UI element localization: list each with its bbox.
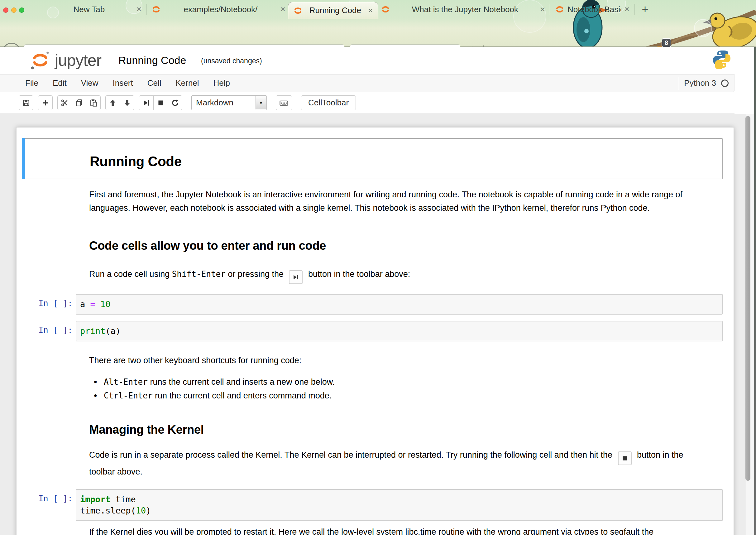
new-tab-button[interactable]: + — [638, 3, 652, 16]
window-edge — [754, 47, 756, 535]
tab-close-icon[interactable]: × — [625, 5, 630, 14]
menu-edit[interactable]: Edit — [45, 78, 74, 88]
inline-run-button-image — [289, 270, 303, 284]
reload-icon[interactable] — [330, 47, 340, 47]
menu-help[interactable]: Help — [206, 78, 237, 88]
feedback-smiley-icon[interactable] — [557, 45, 569, 47]
run-cell-button[interactable] — [139, 96, 154, 110]
cell-type-dropdown[interactable]: Markdown ▼ — [191, 96, 267, 110]
restart-kernel-button[interactable] — [168, 96, 182, 110]
bookmarks-menu-icon[interactable] — [489, 45, 501, 47]
tail-paragraph: If the Kernel dies you will be prompted … — [89, 525, 707, 535]
cut-cell-button[interactable] — [57, 96, 72, 110]
adblock-plus-addon[interactable]: ABP — [672, 45, 690, 47]
scrollbar-thumb[interactable] — [745, 116, 750, 481]
command-palette-button[interactable] — [276, 96, 292, 110]
menu-view[interactable]: View — [74, 78, 106, 88]
snowflake-addon[interactable]: 8 — [654, 45, 667, 47]
tab-close-icon[interactable]: × — [281, 5, 285, 14]
code-input-area[interactable]: a = 10 — [76, 294, 723, 315]
notebook-h1: Running Code — [90, 154, 710, 169]
intro-paragraph: First and foremost, the Jupyter Notebook… — [89, 188, 707, 215]
menu-cell[interactable]: Cell — [140, 78, 169, 88]
globe-icon — [28, 47, 38, 47]
python-logo-icon — [712, 49, 732, 69]
notebook-container: Running Code First and foremost, the Jup… — [16, 127, 734, 535]
save-button[interactable] — [19, 96, 33, 110]
tab-notebook-basics[interactable]: Notebook Basics × — [550, 0, 634, 19]
tab-close-icon[interactable]: × — [368, 6, 373, 15]
menu-file[interactable]: File — [18, 78, 45, 88]
jupyter-favicon — [555, 5, 564, 14]
code-cell-sleep: In [ ]: import timetime.sleep(10) — [16, 489, 723, 521]
tab-running-code-active[interactable]: Running Code × — [288, 2, 378, 19]
markdown-cell-selected[interactable]: Running Code — [22, 138, 723, 179]
copy-cell-button[interactable] — [72, 96, 86, 110]
search-bar[interactable] — [350, 44, 461, 47]
fly-addon[interactable] — [609, 45, 626, 47]
move-cell-down-button[interactable] — [120, 96, 134, 110]
code-input-area[interactable]: print(a) — [76, 321, 723, 341]
kbd-shift-enter: Shift-Enter — [172, 269, 226, 279]
menu-bar: File Edit View Insert Cell Kernel Help P… — [0, 74, 735, 92]
scrollbar-track[interactable] — [746, 114, 754, 535]
interrupt-kernel-button[interactable] — [153, 96, 168, 110]
notebook-title[interactable]: Running Code — [119, 54, 186, 67]
move-cell-up-button[interactable] — [105, 96, 120, 110]
paste-cell-button[interactable] — [86, 96, 101, 110]
tab-close-icon[interactable]: × — [540, 5, 545, 14]
back-arrow-icon — [6, 46, 17, 47]
code-cell-a: In [ ]: a = 10 — [16, 294, 723, 315]
section-heading-code-cells: Code cells allow you to enter and run co… — [89, 239, 707, 253]
tabs: New Tab × examples/Notebook/ × Running C… — [40, 0, 634, 19]
copy-icon — [75, 99, 84, 107]
bookmark-star-icon[interactable] — [466, 45, 478, 47]
back-button[interactable] — [3, 43, 20, 47]
tab-what-is-jupyter[interactable]: What is the Jupyter Notebook × — [376, 0, 550, 19]
list-item: Alt-Enter runs the current cell and inse… — [93, 375, 707, 389]
window-close-button[interactable] — [3, 8, 9, 13]
celltoolbar-button[interactable]: CellToolbar — [301, 96, 356, 110]
url-bar[interactable]: localhost:8888/notebooks/docs/source/exa… — [24, 44, 345, 47]
tab-label: Running Code — [306, 6, 365, 15]
paste-icon — [89, 99, 98, 107]
jupyter-logo[interactable]: jupyter — [30, 50, 101, 70]
pocket-icon[interactable] — [506, 45, 518, 47]
menu-hamburger-icon[interactable] — [695, 45, 709, 47]
jupyter-favicon — [151, 5, 161, 14]
browser-chrome: New Tab × examples/Notebook/ × Running C… — [0, 0, 756, 47]
add-cell-button[interactable] — [38, 96, 53, 110]
notebook-scroll-area: Running Code First and foremost, the Jup… — [0, 114, 756, 535]
tab-label: examples/Notebook/ — [164, 5, 277, 14]
run-instruction-paragraph: Run a code cell using Shift-Enter or pre… — [89, 268, 707, 284]
input-prompt: In [ ]: — [16, 321, 76, 335]
notebook-toolbar: Markdown ▼ CellToolbar — [0, 92, 735, 114]
bug-addon[interactable] — [632, 45, 649, 47]
input-prompt: In [ ]: — [16, 489, 76, 503]
input-prompt: In [ ]: — [16, 294, 76, 308]
browser-window: New Tab × examples/Notebook/ × Running C… — [0, 0, 756, 535]
window-zoom-button[interactable] — [19, 8, 24, 13]
home-icon[interactable] — [540, 45, 552, 47]
downloads-icon[interactable] — [523, 45, 535, 47]
quill-addon-icon[interactable] — [575, 45, 586, 47]
kbd-ctrl-enter: Ctrl-Enter — [104, 391, 153, 400]
section-heading-managing-kernel: Managing the Kernel — [89, 423, 707, 436]
menu-kernel[interactable]: Kernel — [168, 78, 206, 88]
tab-label: New Tab — [45, 5, 133, 14]
code-cell-print: In [ ]: print(a) — [16, 321, 723, 341]
tab-close-icon[interactable]: × — [137, 5, 142, 14]
addon-count-badge: 8 — [662, 38, 671, 47]
jupyter-logo-icon — [30, 50, 50, 70]
tab-examples-notebook[interactable]: examples/Notebook/ × — [147, 0, 290, 19]
window-minimize-button[interactable] — [11, 8, 16, 13]
jupyter-header: jupyter Running Code (unsaved changes) — [0, 47, 756, 74]
menu-insert[interactable]: Insert — [106, 78, 140, 88]
tab-bar: New Tab × examples/Notebook/ × Running C… — [0, 0, 756, 19]
kernel-idle-icon — [721, 79, 729, 87]
code-input-area[interactable]: import timetime.sleep(10) — [76, 489, 723, 521]
tab-new-tab[interactable]: New Tab × — [40, 0, 147, 19]
cut-icon — [61, 99, 69, 107]
toolbar-icons: 8 ABP — [466, 38, 709, 47]
duckduckgo-icon[interactable] — [592, 45, 604, 47]
